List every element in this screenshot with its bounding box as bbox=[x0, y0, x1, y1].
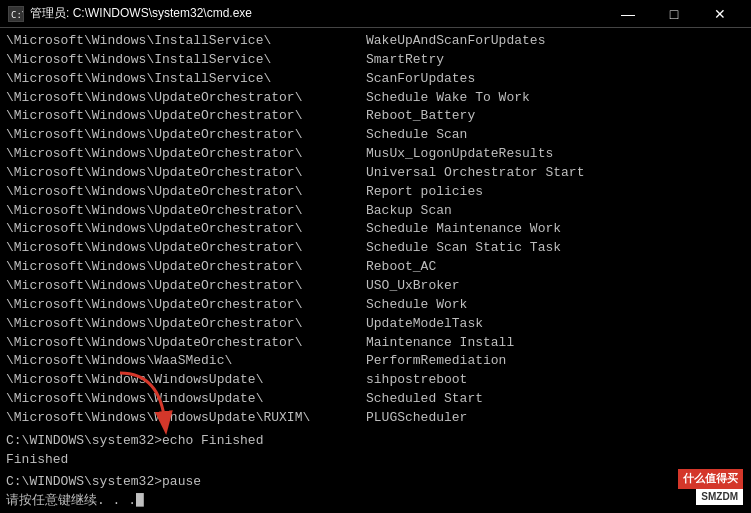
minimize-button[interactable]: — bbox=[605, 0, 651, 28]
pause-command: C:\WINDOWS\system32>pause bbox=[6, 473, 745, 492]
pause-output: 请按任意键继续. . .█ bbox=[6, 492, 745, 511]
cmd-window: C:\ 管理员: C:\WINDOWS\system32\cmd.exe — □… bbox=[0, 0, 751, 513]
table-row: \Microsoft\Windows\UpdateOrchestrator\Up… bbox=[6, 315, 745, 334]
table-row: \Microsoft\Windows\UpdateOrchestrator\Sc… bbox=[6, 126, 745, 145]
table-row: \Microsoft\Windows\UpdateOrchestrator\Sc… bbox=[6, 89, 745, 108]
table-row: \Microsoft\Windows\UpdateOrchestrator\Ba… bbox=[6, 202, 745, 221]
console-output: \Microsoft\Windows\InstallService\WakeUp… bbox=[0, 28, 751, 513]
window-title: 管理员: C:\WINDOWS\system32\cmd.exe bbox=[30, 5, 605, 22]
table-row: \Microsoft\Windows\UpdateOrchestrator\US… bbox=[6, 277, 745, 296]
table-row: \Microsoft\Windows\UpdateOrchestrator\Sc… bbox=[6, 220, 745, 239]
table-row: \Microsoft\Windows\UpdateOrchestrator\Re… bbox=[6, 107, 745, 126]
svg-text:C:\: C:\ bbox=[11, 10, 23, 20]
table-row: \Microsoft\Windows\UpdateOrchestrator\Sc… bbox=[6, 296, 745, 315]
table-row: \Microsoft\Windows\UpdateOrchestrator\Sc… bbox=[6, 239, 745, 258]
maximize-button[interactable]: □ bbox=[651, 0, 697, 28]
table-row: \Microsoft\Windows\InstallService\ScanFo… bbox=[6, 70, 745, 89]
cursor: █ bbox=[136, 492, 144, 511]
table-row: \Microsoft\Windows\InstallService\SmartR… bbox=[6, 51, 745, 70]
close-button[interactable]: ✕ bbox=[697, 0, 743, 28]
app-icon: C:\ bbox=[8, 6, 24, 22]
table-row: \Microsoft\Windows\UpdateOrchestrator\Mu… bbox=[6, 145, 745, 164]
table-row: \Microsoft\Windows\UpdateOrchestrator\Re… bbox=[6, 258, 745, 277]
titlebar: C:\ 管理员: C:\WINDOWS\system32\cmd.exe — □… bbox=[0, 0, 751, 28]
table-row: \Microsoft\Windows\UpdateOrchestrator\Un… bbox=[6, 164, 745, 183]
echo-output: Finished bbox=[6, 451, 745, 470]
window-controls: — □ ✕ bbox=[605, 0, 743, 28]
arrow-annotation bbox=[110, 368, 190, 445]
table-row: \Microsoft\Windows\UpdateOrchestrator\Ma… bbox=[6, 334, 745, 353]
table-row: \Microsoft\Windows\UpdateOrchestrator\Re… bbox=[6, 183, 745, 202]
table-row: \Microsoft\Windows\InstallService\WakeUp… bbox=[6, 32, 745, 51]
